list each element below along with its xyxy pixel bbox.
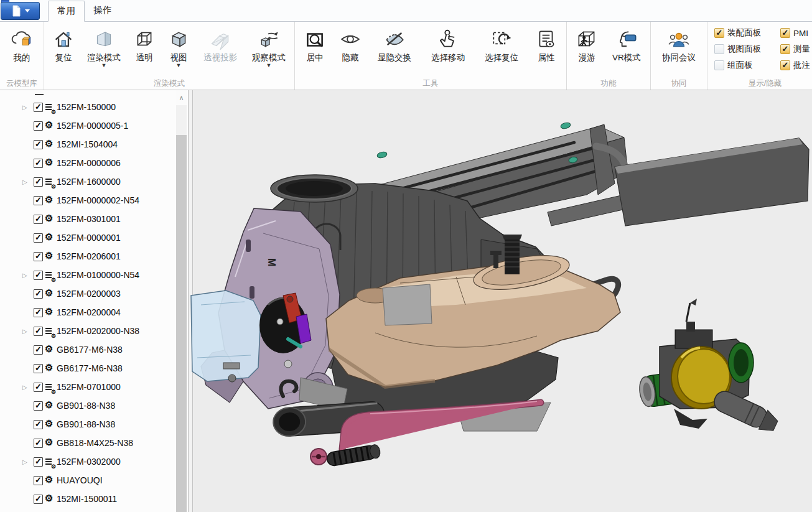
tree-item[interactable]: ▷ GB818-M4X25-N38 [0, 434, 188, 452]
tree-item[interactable]: ▷ 152MI-1500011 [0, 490, 188, 508]
tab-common[interactable]: 常用 [48, 1, 85, 22]
kick-pedal[interactable] [326, 444, 381, 467]
visibility-checkbox[interactable] [34, 383, 43, 392]
assembly-icon [45, 382, 55, 393]
tree-item[interactable]: ▷ 152FM-0000002-N54 [0, 191, 188, 210]
tree-item-label: GB901-88-N38 [57, 401, 115, 411]
checkbox-icon [714, 44, 724, 54]
tree-item[interactable]: ▷ 152FM-0301001 [0, 210, 188, 228]
assembly-icon [45, 102, 55, 113]
expand-arrow-icon[interactable]: ▷ [22, 179, 34, 185]
scrollbar-thumb[interactable] [176, 135, 187, 512]
visibility-checkbox[interactable] [34, 308, 43, 317]
tree-scrollbar[interactable]: ∧ [176, 90, 187, 512]
tree-item-label: 152FM-0200003 [57, 289, 121, 299]
expand-arrow-icon[interactable]: ▷ [22, 458, 34, 465]
visibility-checkbox[interactable] [34, 364, 43, 373]
fan-cover-translucent[interactable] [191, 291, 261, 382]
tree-item[interactable]: ▷ GB6177-M6-N38 [0, 359, 188, 378]
tree-item[interactable]: ▷ 152FM-0100000-N54 [0, 266, 188, 284]
tree-item[interactable]: ▷ 152FM-0200004 [0, 303, 188, 322]
tree-item[interactable]: ▷ 152FM-0000006 [0, 154, 188, 172]
cover-slab[interactable] [615, 138, 809, 226]
visibility-checkbox[interactable] [34, 457, 43, 467]
zoom-fit-icon [304, 26, 326, 53]
tree-item[interactable]: ▷ GB6177-M6-N38 [0, 340, 188, 359]
center-fit-button[interactable]: 居中 [297, 23, 333, 62]
app-menu-button[interactable] [1, 2, 40, 20]
visibility-checkbox[interactable] [34, 121, 43, 131]
toggle-visibility-button[interactable]: 显隐交换 [368, 23, 421, 62]
part-icon [45, 475, 55, 486]
visibility-checkbox[interactable] [34, 495, 43, 504]
visibility-checkbox[interactable] [34, 159, 43, 168]
tree-item-label: 152FM-0000001 [57, 233, 121, 243]
tree-item[interactable]: ▷ 152FM-0302000 [0, 452, 188, 471]
tree-item[interactable]: ▷ 152FM-150000 [0, 98, 188, 116]
viewport-3d[interactable]: M [189, 90, 812, 512]
visibility-checkbox[interactable] [34, 233, 43, 243]
perspective-projection-button[interactable]: 透视投影 [195, 23, 245, 62]
visibility-checkbox[interactable] [34, 345, 43, 355]
selection-reset-button[interactable]: 选择复位 [475, 23, 528, 62]
visibility-checkbox[interactable] [34, 420, 43, 429]
vr-mode-button[interactable]: VR模式 [605, 23, 648, 62]
select-move-button[interactable]: 选择移动 [421, 23, 475, 62]
visibility-checkbox[interactable] [34, 439, 43, 448]
expand-arrow-icon[interactable]: ▷ [22, 104, 34, 111]
part-icon [45, 121, 55, 131]
my-models-button[interactable]: 我的 [2, 23, 42, 62]
collab-meeting-button[interactable]: 协同会议 [653, 23, 705, 62]
shift-shaft[interactable] [502, 235, 522, 274]
tree-item[interactable]: ▷ 152FM-0200003 [0, 284, 188, 303]
checkbox-icon [780, 28, 790, 38]
tree-item[interactable]: ▷ 152FM-0206001 [0, 247, 188, 266]
scroll-up-arrow-icon[interactable]: ∧ [176, 90, 187, 105]
tree-item[interactable]: ▷ 152FM-1600000 [0, 172, 188, 191]
group-panel-checkbox[interactable]: 组面板 [714, 60, 780, 71]
tree-item-label: 152MI-1504004 [57, 139, 118, 149]
chevron-down-icon: ▼ [266, 63, 272, 68]
reset-view-button[interactable]: 复位 [46, 23, 81, 62]
visibility-checkbox[interactable] [34, 476, 43, 485]
walkthrough-button[interactable]: 漫游 [569, 23, 605, 62]
transparent-button[interactable]: 透明 [127, 23, 162, 62]
tree-item[interactable]: ▷ 152MI-1504004 [0, 135, 188, 154]
tree-item[interactable]: ▷ HUAYOUQI [0, 471, 188, 490]
expand-arrow-icon[interactable]: ▷ [22, 272, 34, 279]
group-label-tools: 工具 [297, 78, 564, 90]
expand-arrow-icon[interactable]: ▷ [22, 328, 34, 335]
annotation-checkbox[interactable]: 批注 [780, 60, 812, 71]
visibility-checkbox[interactable] [34, 196, 43, 205]
tree-item[interactable]: ▷ GB901-88-N38 [0, 415, 188, 434]
visibility-checkbox[interactable] [34, 271, 43, 280]
tree-item-label: 152FM-0200004 [57, 307, 121, 317]
assembly-panel-checkbox[interactable]: 装配面板 [714, 27, 780, 39]
visibility-checkbox[interactable] [34, 103, 43, 112]
tree-item[interactable]: ▷ 152FM-0000005-1 [0, 116, 188, 135]
expand-arrow-icon[interactable]: ▷ [22, 384, 34, 391]
part-icon [45, 195, 55, 206]
tree-item[interactable]: ▷ GB901-88-N38 [0, 396, 188, 415]
visibility-checkbox[interactable] [34, 215, 43, 224]
tree-item-label: 152FM-0202000-N38 [57, 326, 139, 336]
visibility-checkbox[interactable] [34, 140, 43, 149]
properties-button[interactable]: 属性 [528, 23, 564, 62]
tab-operate[interactable]: 操作 [85, 1, 120, 22]
hide-button[interactable]: 隐藏 [333, 23, 368, 62]
tree-item[interactable]: ▷ 152FM-0701000 [0, 378, 188, 396]
render-mode-button[interactable]: 渲染模式 ▼ [81, 23, 127, 68]
visibility-checkbox[interactable] [34, 401, 43, 411]
tree-item[interactable]: ▷ 152FM-0202000-N38 [0, 322, 188, 340]
view-panel-checkbox[interactable]: 视图面板 [714, 44, 780, 55]
observe-mode-button[interactable]: 观察模式 ▼ [245, 23, 292, 68]
visibility-checkbox[interactable] [34, 252, 43, 261]
view-button[interactable]: 视图 ▼ [162, 23, 195, 68]
tree-item[interactable]: ▷ 152FM-0000001 [0, 228, 188, 247]
carburetor[interactable] [638, 299, 780, 435]
visibility-checkbox[interactable] [34, 289, 43, 299]
visibility-checkbox[interactable] [34, 177, 43, 187]
pmi-checkbox[interactable]: PMI [780, 27, 812, 39]
measure-checkbox[interactable]: 测量 [780, 44, 812, 55]
visibility-checkbox[interactable] [34, 327, 43, 336]
